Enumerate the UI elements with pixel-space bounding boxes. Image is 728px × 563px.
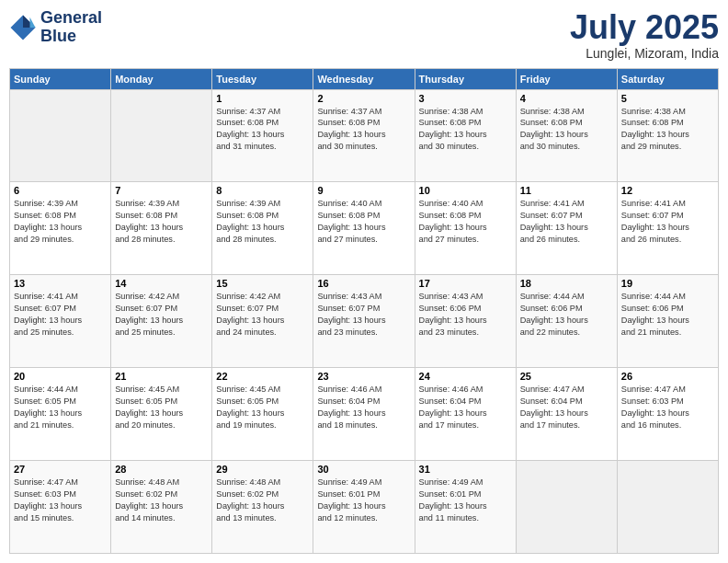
day-info: Sunrise: 4:38 AM Sunset: 6:08 PM Dayligh… [621,106,714,154]
calendar-cell: 23Sunrise: 4:46 AM Sunset: 6:04 PM Dayli… [313,368,415,461]
day-info: Sunrise: 4:47 AM Sunset: 6:03 PM Dayligh… [14,477,107,524]
day-info: Sunrise: 4:49 AM Sunset: 6:01 PM Dayligh… [317,477,410,524]
week-row-4: 20Sunrise: 4:44 AM Sunset: 6:05 PM Dayli… [10,368,719,461]
day-number: 12 [621,185,714,196]
day-number: 24 [419,371,512,382]
weekday-header-row: SundayMondayTuesdayWednesdayThursdayFrid… [10,68,719,89]
day-number: 13 [14,278,107,289]
day-number: 1 [216,93,309,104]
day-number: 15 [216,278,309,289]
day-info: Sunrise: 4:46 AM Sunset: 6:04 PM Dayligh… [317,384,410,431]
day-number: 30 [317,464,410,475]
calendar-cell: 30Sunrise: 4:49 AM Sunset: 6:01 PM Dayli… [313,461,415,554]
calendar-cell: 21Sunrise: 4:45 AM Sunset: 6:05 PM Dayli… [111,368,212,461]
day-number: 21 [115,371,208,382]
page: General Blue July 2025 Lunglei, Mizoram,… [0,0,728,563]
day-info: Sunrise: 4:42 AM Sunset: 6:07 PM Dayligh… [115,291,208,339]
day-info: Sunrise: 4:48 AM Sunset: 6:02 PM Dayligh… [216,477,309,524]
day-info: Sunrise: 4:41 AM Sunset: 6:07 PM Dayligh… [14,291,107,339]
day-info: Sunrise: 4:43 AM Sunset: 6:07 PM Dayligh… [317,291,410,339]
day-number: 4 [520,93,613,104]
day-info: Sunrise: 4:44 AM Sunset: 6:06 PM Dayligh… [621,291,714,339]
calendar-cell: 28Sunrise: 4:48 AM Sunset: 6:02 PM Dayli… [111,461,212,554]
calendar-cell [111,89,212,182]
month-title: July 2025 [570,9,719,46]
weekday-header-thursday: Thursday [415,68,516,89]
calendar-cell: 19Sunrise: 4:44 AM Sunset: 6:06 PM Dayli… [617,275,718,368]
day-number: 3 [419,93,512,104]
calendar-cell: 18Sunrise: 4:44 AM Sunset: 6:06 PM Dayli… [516,275,617,368]
week-row-1: 1Sunrise: 4:37 AM Sunset: 6:08 PM Daylig… [10,89,719,182]
calendar-cell: 3Sunrise: 4:38 AM Sunset: 6:08 PM Daylig… [415,89,516,182]
calendar-cell: 11Sunrise: 4:41 AM Sunset: 6:07 PM Dayli… [516,182,617,275]
day-info: Sunrise: 4:41 AM Sunset: 6:07 PM Dayligh… [520,198,613,246]
calendar: SundayMondayTuesdayWednesdayThursdayFrid… [9,68,719,554]
day-info: Sunrise: 4:46 AM Sunset: 6:04 PM Dayligh… [419,384,512,431]
logo-line2: Blue [40,28,102,46]
day-number: 2 [317,93,410,104]
calendar-cell: 27Sunrise: 4:47 AM Sunset: 6:03 PM Dayli… [10,461,111,554]
day-info: Sunrise: 4:47 AM Sunset: 6:03 PM Dayligh… [621,384,714,431]
day-info: Sunrise: 4:49 AM Sunset: 6:01 PM Dayligh… [419,477,512,524]
weekday-header-saturday: Saturday [617,68,718,89]
calendar-cell: 9Sunrise: 4:40 AM Sunset: 6:08 PM Daylig… [313,182,415,275]
calendar-cell: 29Sunrise: 4:48 AM Sunset: 6:02 PM Dayli… [212,461,313,554]
calendar-cell [617,461,718,554]
title-area: July 2025 Lunglei, Mizoram, India [570,9,719,61]
day-number: 18 [520,278,613,289]
day-info: Sunrise: 4:39 AM Sunset: 6:08 PM Dayligh… [115,198,208,246]
day-number: 6 [14,185,107,196]
week-row-5: 27Sunrise: 4:47 AM Sunset: 6:03 PM Dayli… [10,461,719,554]
calendar-cell [10,89,111,182]
calendar-cell: 22Sunrise: 4:45 AM Sunset: 6:05 PM Dayli… [212,368,313,461]
calendar-cell: 24Sunrise: 4:46 AM Sunset: 6:04 PM Dayli… [415,368,516,461]
weekday-header-sunday: Sunday [10,68,111,89]
day-number: 14 [115,278,208,289]
calendar-cell [516,461,617,554]
calendar-cell: 13Sunrise: 4:41 AM Sunset: 6:07 PM Dayli… [10,275,111,368]
day-info: Sunrise: 4:40 AM Sunset: 6:08 PM Dayligh… [317,198,410,246]
day-number: 20 [14,371,107,382]
day-info: Sunrise: 4:45 AM Sunset: 6:05 PM Dayligh… [216,384,309,431]
day-info: Sunrise: 4:47 AM Sunset: 6:04 PM Dayligh… [520,384,613,431]
calendar-cell: 1Sunrise: 4:37 AM Sunset: 6:08 PM Daylig… [212,89,313,182]
day-number: 22 [216,371,309,382]
day-info: Sunrise: 4:39 AM Sunset: 6:08 PM Dayligh… [14,198,107,246]
svg-marker-2 [30,17,36,28]
logo-line1: General [40,9,102,28]
day-number: 27 [14,464,107,475]
day-number: 16 [317,278,410,289]
calendar-cell: 4Sunrise: 4:38 AM Sunset: 6:08 PM Daylig… [516,89,617,182]
weekday-header-monday: Monday [111,68,212,89]
day-info: Sunrise: 4:48 AM Sunset: 6:02 PM Dayligh… [115,477,208,524]
location: Lunglei, Mizoram, India [570,46,719,61]
calendar-cell: 15Sunrise: 4:42 AM Sunset: 6:07 PM Dayli… [212,275,313,368]
weekday-header-wednesday: Wednesday [313,68,415,89]
logo: General Blue [9,9,102,46]
day-number: 25 [520,371,613,382]
calendar-cell: 17Sunrise: 4:43 AM Sunset: 6:06 PM Dayli… [415,275,516,368]
day-info: Sunrise: 4:38 AM Sunset: 6:08 PM Dayligh… [419,106,512,154]
calendar-cell: 14Sunrise: 4:42 AM Sunset: 6:07 PM Dayli… [111,275,212,368]
day-info: Sunrise: 4:43 AM Sunset: 6:06 PM Dayligh… [419,291,512,339]
weekday-header-friday: Friday [516,68,617,89]
logo-icon [9,14,37,41]
day-number: 5 [621,93,714,104]
header: General Blue July 2025 Lunglei, Mizoram,… [9,9,719,61]
day-info: Sunrise: 4:38 AM Sunset: 6:08 PM Dayligh… [520,106,613,154]
calendar-cell: 2Sunrise: 4:37 AM Sunset: 6:08 PM Daylig… [313,89,415,182]
day-number: 19 [621,278,714,289]
calendar-cell: 5Sunrise: 4:38 AM Sunset: 6:08 PM Daylig… [617,89,718,182]
calendar-cell: 12Sunrise: 4:41 AM Sunset: 6:07 PM Dayli… [617,182,718,275]
calendar-cell: 26Sunrise: 4:47 AM Sunset: 6:03 PM Dayli… [617,368,718,461]
day-info: Sunrise: 4:40 AM Sunset: 6:08 PM Dayligh… [419,198,512,246]
day-info: Sunrise: 4:39 AM Sunset: 6:08 PM Dayligh… [216,198,309,246]
calendar-cell: 25Sunrise: 4:47 AM Sunset: 6:04 PM Dayli… [516,368,617,461]
week-row-3: 13Sunrise: 4:41 AM Sunset: 6:07 PM Dayli… [10,275,719,368]
calendar-cell: 10Sunrise: 4:40 AM Sunset: 6:08 PM Dayli… [415,182,516,275]
week-row-2: 6Sunrise: 4:39 AM Sunset: 6:08 PM Daylig… [10,182,719,275]
day-info: Sunrise: 4:44 AM Sunset: 6:06 PM Dayligh… [520,291,613,339]
day-info: Sunrise: 4:45 AM Sunset: 6:05 PM Dayligh… [115,384,208,431]
day-info: Sunrise: 4:37 AM Sunset: 6:08 PM Dayligh… [216,106,309,154]
calendar-cell: 8Sunrise: 4:39 AM Sunset: 6:08 PM Daylig… [212,182,313,275]
